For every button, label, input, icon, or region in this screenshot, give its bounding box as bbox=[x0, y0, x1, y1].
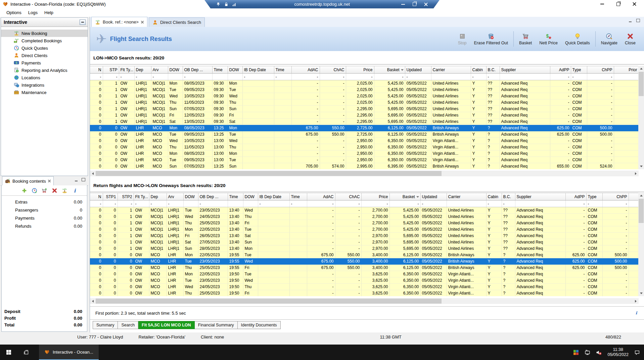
result-cell[interactable]: - bbox=[335, 271, 361, 277]
result-cell[interactable]: COM bbox=[571, 138, 587, 144]
result-cell[interactable]: COM bbox=[586, 258, 602, 265]
result-cell[interactable]: OW bbox=[119, 93, 134, 99]
result-cell[interactable]: OW bbox=[119, 80, 134, 87]
result-cell[interactable]: 6,350.00 bbox=[389, 271, 420, 277]
result-cell[interactable]: 0 bbox=[103, 252, 118, 258]
result-cell[interactable]: 0 bbox=[103, 233, 118, 239]
taskbar-app-button[interactable]: Interactive - Ocean... bbox=[39, 345, 99, 360]
column-header-adac[interactable]: AdAC bbox=[307, 193, 335, 200]
result-cell[interactable]: Y bbox=[471, 112, 486, 119]
result-cell[interactable]: 27/05/2023 bbox=[198, 239, 228, 245]
result-cell[interactable]: ?? bbox=[486, 80, 500, 87]
column-header-type[interactable]: Type bbox=[586, 193, 602, 200]
booking-contents-tab[interactable]: Booking contents bbox=[2, 176, 54, 185]
result-cell[interactable]: - bbox=[320, 80, 346, 87]
result-cell[interactable]: - bbox=[320, 150, 346, 157]
result-cell[interactable]: ?? bbox=[502, 220, 515, 226]
scrollbar-thumb[interactable] bbox=[639, 199, 644, 223]
result-cell[interactable]: Virgin Atlanti... bbox=[431, 157, 471, 163]
result-cell[interactable]: Tue bbox=[243, 271, 258, 277]
result-cell[interactable] bbox=[274, 106, 291, 112]
result-cell[interactable]: 0 bbox=[90, 284, 103, 290]
result-cell[interactable] bbox=[629, 220, 639, 226]
result-cell[interactable]: COM bbox=[571, 144, 587, 150]
antivirus-icon[interactable] bbox=[573, 350, 579, 355]
result-cell[interactable]: 6,395.00 bbox=[374, 163, 405, 170]
result-cell[interactable]: 0 bbox=[103, 150, 119, 157]
result-cell[interactable]: LHR|1 bbox=[134, 99, 151, 106]
result-cell[interactable]: Advanced Req bbox=[500, 106, 550, 112]
result-cell[interactable]: 2,970.00 bbox=[361, 233, 389, 239]
column-header-ib-dep-date[interactable]: IB Dep Date bbox=[242, 66, 274, 74]
nett-price-button[interactable]: $Nett Price bbox=[536, 33, 561, 45]
result-cell[interactable]: COM bbox=[586, 226, 602, 233]
result-cell[interactable]: - bbox=[335, 214, 361, 220]
result-cell[interactable]: 13:25 bbox=[212, 125, 228, 131]
result-cell[interactable]: OW bbox=[134, 233, 149, 239]
result-cell[interactable] bbox=[258, 271, 289, 277]
result-cell[interactable]: - bbox=[550, 80, 571, 87]
result-cell[interactable]: 0 bbox=[90, 144, 103, 150]
result-cell[interactable]: - bbox=[587, 157, 614, 163]
filter-cell[interactable]: - bbox=[346, 74, 374, 80]
result-row[interactable]: 000OWMCOLHRThu25/05/202319:50Fri--3,625.… bbox=[90, 290, 639, 297]
result-cell[interactable]: 2,725.00 bbox=[346, 125, 374, 131]
result-cell[interactable]: 0 bbox=[90, 106, 103, 112]
result-cell[interactable]: 2,700.00 bbox=[361, 214, 389, 220]
scroll-left-icon[interactable] bbox=[90, 171, 96, 176]
filter-cell[interactable]: - bbox=[258, 200, 289, 207]
result-cell[interactable]: 24/05/2023 bbox=[198, 214, 228, 220]
result-cell[interactable]: 05/05/2022 bbox=[420, 252, 447, 258]
result-cell[interactable] bbox=[242, 80, 274, 87]
result-cell[interactable]: OW bbox=[134, 245, 149, 252]
result-cell[interactable] bbox=[258, 284, 289, 290]
result-cell[interactable] bbox=[242, 131, 274, 138]
column-header-dow[interactable]: DOW bbox=[183, 193, 198, 200]
result-cell[interactable]: Y bbox=[486, 214, 502, 220]
filter-cell[interactable]: - bbox=[119, 74, 134, 80]
result-cell[interactable]: Y bbox=[471, 144, 486, 150]
result-cell[interactable]: Advanced Req bbox=[500, 93, 550, 99]
result-cell[interactable]: - bbox=[307, 284, 335, 290]
result-cell[interactable]: 09:30 bbox=[212, 119, 228, 125]
filter-cell[interactable] bbox=[500, 74, 550, 80]
result-cell[interactable]: Thu bbox=[183, 265, 198, 271]
result-cell[interactable]: - bbox=[335, 277, 361, 284]
menu-help[interactable]: Help bbox=[41, 9, 56, 16]
result-cell[interactable]: 2,950.00 bbox=[346, 157, 374, 163]
result-cell[interactable]: MCO bbox=[151, 138, 168, 144]
column-header-dow[interactable]: DOW bbox=[168, 66, 183, 74]
result-cell[interactable]: 0 bbox=[90, 239, 103, 245]
result-cell[interactable]: - bbox=[550, 99, 571, 106]
result-cell[interactable]: 5,425.00 bbox=[374, 80, 405, 87]
result-cell[interactable]: 0 bbox=[118, 258, 134, 265]
result-cell[interactable]: 2,700.00 bbox=[361, 220, 389, 226]
close-button[interactable] bbox=[632, 2, 637, 6]
result-cell[interactable] bbox=[258, 258, 289, 265]
result-row[interactable]: 001OWMCO|1LHR|1Sat27/05/202313:40Sun--2,… bbox=[90, 239, 639, 245]
column-header-stp[interactable]: STP bbox=[103, 66, 119, 74]
result-cell[interactable]: 1 bbox=[118, 239, 134, 245]
result-cell[interactable]: COM bbox=[586, 233, 602, 239]
scroll-up-icon[interactable] bbox=[638, 66, 644, 72]
filter-cell[interactable]: - bbox=[586, 200, 602, 207]
result-cell[interactable]: Y bbox=[486, 226, 502, 233]
result-row[interactable]: 001OWMCO|1LHR|1Sun28/05/202313:40Mon--2,… bbox=[90, 245, 639, 252]
result-cell[interactable]: United Airlines bbox=[431, 99, 471, 106]
result-cell[interactable]: 6,125.00 bbox=[389, 265, 420, 271]
result-cell[interactable]: 05/05/2022 bbox=[405, 150, 431, 157]
booking-item-payments[interactable]: Payments0.00 bbox=[2, 214, 87, 222]
filter-cell[interactable]: - bbox=[550, 74, 571, 80]
scroll-right-icon[interactable] bbox=[633, 171, 639, 176]
result-row[interactable]: 00OWLHRMCOMon08/05/202313:00Mon--2,950.0… bbox=[90, 150, 639, 157]
cart-add-icon[interactable] bbox=[42, 188, 47, 193]
result-cell[interactable]: Thu bbox=[243, 284, 258, 290]
result-cell[interactable]: - bbox=[587, 87, 614, 93]
result-cell[interactable]: 13:40 bbox=[228, 207, 243, 214]
result-cell[interactable]: 05/05/2022 bbox=[405, 99, 431, 106]
column-header-price[interactable]: Price bbox=[361, 193, 389, 200]
result-cell[interactable]: 5,425.00 bbox=[389, 214, 420, 220]
filter-cell[interactable] bbox=[228, 74, 242, 80]
result-cell[interactable]: 6,350.00 bbox=[374, 138, 405, 144]
result-cell[interactable]: 10/05/2023 bbox=[183, 93, 212, 99]
